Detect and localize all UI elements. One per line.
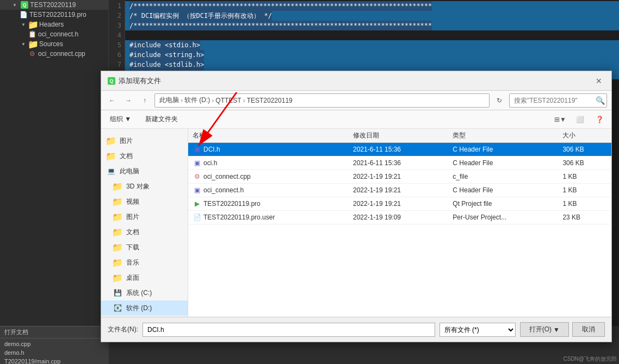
code-line-1: /***************************************… [125,1,619,11]
back-button[interactable]: ← [106,94,119,107]
file-row-DCI-h[interactable]: ▣ DCI.h 2021-6-11 15:36 C Header File 30… [188,143,611,156]
line-num-6: 6 [109,50,121,60]
file-size: 1 KB [558,197,611,211]
file-date: 2022-1-19 19:09 [349,211,448,224]
file-row-oci_connect-h[interactable]: ▣ oci_connect.h 2022-1-19 19:21 C Header… [188,184,611,197]
file-size: 306 KB [558,156,611,170]
bottom-file-demo-h[interactable]: demo.h [0,348,109,357]
path-project: TEST20220119 [247,97,293,104]
add-existing-file-dialog: Q 添加现有文件 ✕ ← → ↑ 此电脑 › 软件 (D:) › QTTEST … [101,71,612,342]
cancel-button-label: 取消 [582,325,595,333]
file-row-TEST20220119-pro-user[interactable]: 📄 TEST20220119.pro.user 2022-1-19 19:09 … [188,211,611,224]
path-computer: 此电脑 [159,96,179,105]
file-size: 23 KB [558,211,611,224]
nav-item-this-pc[interactable]: 💻 此电脑 [101,164,188,179]
sidebar-item-headers[interactable]: 📁 Headers [0,20,108,29]
nav-label-dl: 下载 [126,243,139,252]
sidebar-item-sources[interactable]: 📁 Sources [0,39,108,49]
sidebar-item-oci-connect-cpp[interactable]: ⚙ oci_connect.cpp [0,49,108,59]
nav-docs-icon: 📁 [112,227,123,237]
filename-input[interactable] [143,323,435,337]
search-icon: 🔍 [596,96,605,105]
file-size: 306 KB [558,143,611,156]
dialog-body: 📁 图片 📁 文档 💻 此电脑 📁 3D 对象 📁 视频 [101,129,611,317]
dialog-qt-logo: Q [108,77,115,85]
line-num-5: 5 [109,40,121,50]
help-button[interactable]: ❓ [592,112,607,127]
bottom-file-main-cpp[interactable]: T20220119/main.cpp [0,357,109,364]
nav-item-docs-top[interactable]: 📁 文档 [101,148,188,164]
view-change-button[interactable]: ⬜ [572,112,587,127]
file-type-icon: ▣ [193,145,201,154]
nav-item-video[interactable]: 📁 视频 [101,194,188,209]
nav-item-pictures-top[interactable]: 📁 图片 [101,133,188,148]
file-name-cell: 📄 TEST20220119.pro.user [188,211,349,224]
sidebar-item-pro-file[interactable]: 📄 TEST20220119.pro [0,10,108,20]
dialog-close-button[interactable]: ✕ [593,75,605,87]
nav-item-desktop[interactable]: 📁 桌面 [101,270,188,285]
h-icon: ▣ [194,146,200,153]
col-type[interactable]: 类型 [448,129,558,143]
dialog-title-text: 添加现有文件 [119,76,161,86]
forward-button[interactable]: → [122,94,135,107]
address-path[interactable]: 此电脑 › 软件 (D:) › QTTEST › TEST20220119 [154,93,490,108]
file-pro-icon: 📄 [20,11,27,18]
file-type-icon: ▣ [193,186,201,194]
nav-computer-icon: 💻 [106,166,116,177]
file-row-TEST20220119-pro[interactable]: ▶ TEST20220119.pro 2022-1-19 19:21 Qt Pr… [188,197,611,211]
dialog-file-list: 名称 修改日期 类型 大小 ▣ DCI.h 2021-6-11 15:36 C … [188,129,611,317]
nav-label-pictures: 图片 [126,212,139,222]
path-qttest: QTTEST [215,97,241,104]
new-folder-button[interactable]: 新建文件夹 [140,113,183,125]
sidebar-item-oci-connect-h[interactable]: 📋 oci_connect.h [0,29,108,39]
file-name-cell: ▣ DCI.h [188,143,349,156]
file-name: oci_connect.h [203,186,244,194]
nav-item-drive-c[interactable]: 💾 系统 (C:) [101,285,188,300]
cpp-icon: ⚙ [194,173,200,180]
file-row-oci-h[interactable]: ▣ oci.h 2021-6-11 15:36 C Header File 30… [188,156,611,170]
nav-item-downloads[interactable]: 📁 下载 [101,240,188,255]
file-row-oci_connect-cpp[interactable]: ⚙ oci_connect.cpp 2022-1-19 19:21 c_file… [188,170,611,184]
search-wrapper: 🔍 [509,93,607,108]
h-icon: ▣ [194,159,200,167]
file-type-icon: ▶ [193,199,201,208]
line-num-1: 1 [109,1,121,11]
sidebar-item-project[interactable]: Q TEST20220119 [0,0,108,10]
sources-folder-icon: 📁 [29,40,37,48]
nav-item-drive-d[interactable]: 💽 软件 (D:) [101,300,188,316]
search-input[interactable] [509,93,607,108]
filename-label: 文件名(N): [108,325,138,334]
dialog-addressbar: ← → ↑ 此电脑 › 软件 (D:) › QTTEST › TEST20220… [101,91,611,110]
up-button[interactable]: ↑ [138,94,151,107]
files-table-header: 名称 修改日期 类型 大小 [188,129,611,143]
file-name-cell: ▶ TEST20220119.pro [188,197,349,211]
nav-3d-icon: 📁 [112,181,123,192]
col-date[interactable]: 修改日期 [349,129,448,143]
h-file-icon: 📋 [28,30,36,38]
line-num-7: 7 [109,60,121,70]
nav-item-3d[interactable]: 📁 3D 对象 [101,179,188,194]
cancel-button[interactable]: 取消 [572,322,605,337]
nav-item-music[interactable]: 📁 音乐 [101,255,188,270]
file-date: 2022-1-19 19:21 [349,197,448,211]
open-button[interactable]: 打开(O) ▼ [520,322,569,337]
filetype-select[interactable]: 所有文件 (*) [440,323,516,337]
nav-label-c: 系统 (C:) [126,288,152,298]
col-size[interactable]: 大小 [558,129,611,143]
file-name: TEST20220119.pro [203,200,261,208]
file-name-cell: ▣ oci.h [188,156,349,170]
file-type-icon: ▣ [193,159,201,167]
files-table: 名称 修改日期 类型 大小 ▣ DCI.h 2021-6-11 15:36 C … [188,129,611,224]
nav-item-pictures[interactable]: 📁 图片 [101,209,188,224]
view-options-button[interactable]: ⊞ ▼ [553,112,568,127]
bottom-file-demo-cpp[interactable]: demo.cpp [0,340,109,348]
refresh-button[interactable]: ↻ [493,94,506,107]
nav-desk-icon: 📁 [112,272,123,283]
sources-expand-icon [20,40,27,48]
organize-button[interactable]: 组织 ▼ [106,113,135,125]
code-line-7: #include <stdlib.h> [125,60,619,70]
col-name[interactable]: 名称 [188,129,349,143]
nav-item-docs[interactable]: 📁 文档 [101,224,188,240]
file-type: C Header File [448,184,558,197]
file-type-icon: 📄 [193,213,201,222]
